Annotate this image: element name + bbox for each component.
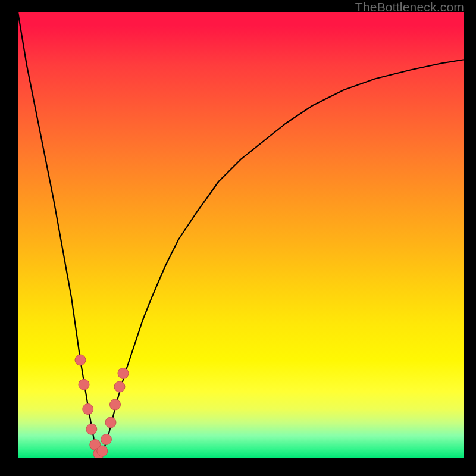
marker-point xyxy=(114,381,125,392)
marker-point xyxy=(86,424,97,434)
marker-point xyxy=(118,368,129,379)
marker-point xyxy=(97,446,108,456)
watermark-label: TheBottleneck.com xyxy=(355,0,464,14)
chart-svg xyxy=(18,12,464,458)
marker-point xyxy=(79,379,89,390)
chart-frame: TheBottleneck.com xyxy=(0,0,476,476)
marker-point xyxy=(75,355,86,365)
marker-point xyxy=(110,399,121,410)
marker-point xyxy=(101,434,112,445)
marker-point xyxy=(105,417,116,428)
plot-area xyxy=(18,12,464,458)
marker-point xyxy=(83,404,93,415)
marker-group xyxy=(75,355,129,458)
